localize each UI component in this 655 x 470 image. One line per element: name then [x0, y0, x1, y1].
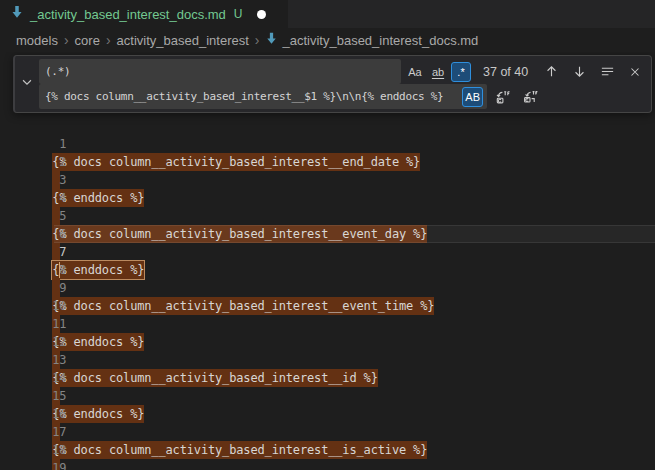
editor-line[interactable]: 9 {% docs column__activity_based_interes… [0, 261, 655, 279]
selection-lines-icon [600, 64, 615, 79]
editor-line[interactable]: 11 {% enddocs %} [0, 297, 655, 315]
editor-line[interactable]: 8 [0, 243, 655, 261]
editor: (.*) Aa ab .* 37 of 40 [0, 52, 655, 470]
replace-input[interactable]: {% docs column__activity_based_interest_… [39, 84, 487, 109]
close-icon [628, 65, 642, 79]
find-row: (.*) Aa ab .* 37 of 40 [39, 59, 645, 84]
replace-input-value: {% docs column__activity_based_interest_… [45, 90, 460, 103]
unsaved-changes-dot[interactable] [257, 10, 266, 19]
replace-icon [495, 89, 511, 105]
find-input-value: (.*) [45, 65, 397, 78]
breadcrumb-item[interactable]: activity_based_interest [117, 33, 249, 48]
replace-all-button[interactable] [521, 87, 541, 107]
git-status-badge: U [234, 7, 243, 21]
editor-line[interactable]: 19 {% enddocs %} [0, 441, 655, 459]
replace-one-button[interactable] [493, 87, 513, 107]
tab-bar: _activity_based_interest_docs.md U [0, 0, 655, 28]
tab-activity-based-interest-docs[interactable]: _activity_based_interest_docs.md U [0, 0, 288, 28]
breadcrumb-separator-icon: › [105, 32, 112, 48]
close-find-widget-button[interactable] [625, 62, 645, 82]
use-regex-button[interactable]: .* [451, 62, 471, 82]
editor-line[interactable]: 12 [0, 315, 655, 333]
find-input[interactable]: (.*) [39, 59, 401, 84]
breadcrumb-item[interactable]: core [75, 33, 100, 48]
editor-line[interactable]: 5 {% docs column__activity_based_interes… [0, 189, 655, 207]
editor-line[interactable]: 15 {% enddocs %} [0, 369, 655, 387]
find-in-selection-button[interactable] [597, 62, 617, 82]
match-case-button[interactable]: Aa [405, 62, 425, 82]
preserve-case-button[interactable]: AB [462, 87, 483, 107]
markdown-file-icon [265, 32, 278, 48]
current-line-highlight [54, 225, 655, 243]
editor-line[interactable]: 3 {% enddocs %} [0, 153, 655, 171]
editor-line[interactable]: 6 [0, 207, 655, 225]
editor-line[interactable]: 4 [0, 171, 655, 189]
editor-line[interactable]: 17 {% docs column__activity_based_intere… [0, 405, 655, 423]
match-count: 37 of 40 [483, 65, 528, 79]
editor-line[interactable]: 10 [0, 279, 655, 297]
editor-line[interactable]: 18 [0, 423, 655, 441]
toggle-replace-button[interactable] [15, 59, 39, 109]
editor-line[interactable]: 20 [0, 459, 655, 470]
breadcrumb-separator-icon: › [254, 32, 261, 48]
arrow-down-icon [572, 64, 587, 79]
markdown-file-icon [10, 5, 24, 23]
editor-line[interactable]: 1 {% docs column__activity_based_interes… [0, 117, 655, 135]
arrow-up-icon [544, 64, 559, 79]
breadcrumb-item-file[interactable]: _activity_based_interest_docs.md [265, 32, 478, 48]
editor-line[interactable]: 14 [0, 351, 655, 369]
replace-row: {% docs column__activity_based_interest_… [39, 84, 645, 109]
editor-line[interactable]: 2 [0, 135, 655, 153]
editor-line[interactable]: 16 [0, 387, 655, 405]
editor-line[interactable]: 7 {% enddocs %} [0, 225, 655, 243]
previous-match-button[interactable] [541, 62, 561, 82]
replace-all-icon [523, 89, 539, 105]
tab-filename: _activity_based_interest_docs.md [30, 7, 226, 22]
editor-lines: 1 {% docs column__activity_based_interes… [0, 117, 655, 470]
chevron-down-icon [20, 75, 34, 93]
breadcrumb: models›core›activity_based_interest›_act… [0, 28, 655, 52]
editor-line[interactable]: 13 {% docs column__activity_based_intere… [0, 333, 655, 351]
breadcrumb-separator-icon: › [63, 32, 70, 48]
breadcrumb-item[interactable]: models [16, 33, 58, 48]
find-replace-widget: (.*) Aa ab .* 37 of 40 [13, 55, 652, 113]
whole-word-button[interactable]: ab [428, 62, 448, 82]
next-match-button[interactable] [569, 62, 589, 82]
